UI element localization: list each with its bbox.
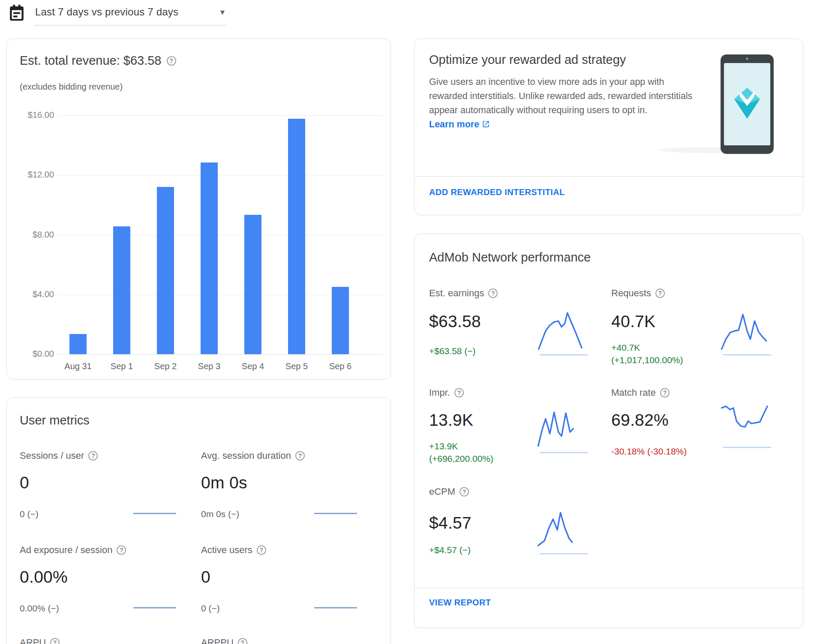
sparkline-requests xyxy=(721,310,774,355)
user-metrics-title: User metrics xyxy=(20,413,90,427)
promo-body: Give users an incentive to view more ads… xyxy=(429,75,703,132)
help-icon[interactable]: ? xyxy=(460,487,469,497)
sparkline-baseline xyxy=(540,553,588,554)
help-icon[interactable]: ? xyxy=(167,56,176,66)
help-icon[interactable]: ? xyxy=(660,388,670,397)
user-metrics-card: User metrics Sessions / user ? 0 0 (−) A… xyxy=(6,397,391,644)
metric-delta-requests: +40.7K (+1,017,100.00%) xyxy=(611,341,683,366)
metric-value-match-rate: 69.82% xyxy=(611,411,669,430)
add-rewarded-interstitial-button[interactable]: ADD REWARDED INTERSTITIAL xyxy=(429,187,565,197)
network-performance-card: AdMob Network performance Est. earnings … xyxy=(414,234,803,628)
view-report-button[interactable]: VIEW REPORT xyxy=(429,598,491,608)
ytick: $12.00 xyxy=(15,170,54,180)
revenue-bar-chart: $0.00$4.00$8.00$12.00$16.00Aug 31Sep 1Se… xyxy=(7,103,390,378)
sparkline-baseline xyxy=(723,354,771,355)
metric-delta-est-earnings: +$63.58 (−) xyxy=(429,345,476,357)
revenue-card-title: Est. total revenue: $63.58 ? xyxy=(20,54,176,68)
date-range-label: Last 7 days vs previous 7 days xyxy=(35,6,178,18)
flat-sparkline xyxy=(314,607,357,608)
date-range-selector[interactable]: Last 7 days vs previous 7 days ▾ xyxy=(9,3,226,26)
metric-delta-ecpm: +$4.57 (−) xyxy=(429,544,471,556)
revenue-title-text: Est. total revenue: $63.58 xyxy=(20,54,162,68)
metric-value-est-earnings: $63.58 xyxy=(429,312,481,331)
ytick: $8.00 xyxy=(15,230,54,240)
sparkline-ecpm xyxy=(537,509,590,554)
metric-label-avg-session: Avg. session duration ? xyxy=(201,450,305,461)
revenue-bar xyxy=(201,163,218,354)
metric-value-sessions-user: 0 xyxy=(20,473,29,492)
help-icon[interactable]: ? xyxy=(488,289,498,298)
help-icon[interactable]: ? xyxy=(257,545,266,555)
metric-label-requests: Requests ? xyxy=(611,288,665,299)
gridline xyxy=(57,175,383,175)
xtick: Sep 5 xyxy=(275,361,318,371)
xtick: Sep 3 xyxy=(188,361,231,371)
sparkline-impressions xyxy=(537,407,590,453)
sparkline-est-earnings xyxy=(537,310,590,355)
metric-value-ecpm: $4.57 xyxy=(429,514,472,533)
metric-label-sessions-user: Sessions / user ? xyxy=(20,450,98,461)
revenue-bar xyxy=(157,187,174,354)
metric-label-arpu: ARPU ? xyxy=(20,637,60,644)
help-icon[interactable]: ? xyxy=(655,289,665,298)
metric-label-ad-exposure: Ad exposure / session ? xyxy=(20,545,126,556)
metric-label-match-rate: Match rate ? xyxy=(611,387,670,398)
ytick: $4.00 xyxy=(15,289,54,299)
revenue-bar xyxy=(113,226,130,354)
xtick: Sep 6 xyxy=(319,361,362,371)
flat-sparkline xyxy=(314,513,357,514)
metric-delta-match-rate: -30.18% (-30.18%) xyxy=(611,445,687,457)
phone-illustration xyxy=(720,54,775,155)
calendar-icon[interactable] xyxy=(9,3,25,22)
learn-more-link[interactable]: Learn more xyxy=(429,119,490,129)
metric-value-requests: 40.7K xyxy=(611,312,655,331)
metric-delta-sessions-user: 0 (−) xyxy=(20,508,39,520)
xtick: Sep 2 xyxy=(144,361,187,371)
metric-delta-active-users: 0 (−) xyxy=(201,602,220,614)
revenue-card-subtitle: (excludes bidding revenue) xyxy=(20,82,123,92)
help-icon[interactable]: ? xyxy=(454,388,464,397)
sparkline-baseline xyxy=(723,447,771,448)
open-in-new-icon xyxy=(482,118,490,132)
metric-delta-ad-exposure: 0.00% (−) xyxy=(20,602,59,614)
gridline xyxy=(57,235,383,235)
metric-value-active-users: 0 xyxy=(201,568,210,587)
sparkline-match-rate xyxy=(721,402,774,448)
metric-label-impressions: Impr. ? xyxy=(429,387,464,398)
ytick: $16.00 xyxy=(15,110,54,120)
revenue-bar xyxy=(244,215,261,354)
metric-label-ecpm: eCPM ? xyxy=(429,486,469,497)
flat-sparkline xyxy=(133,607,176,608)
promo-title: Optimize your rewarded ad strategy xyxy=(429,53,626,67)
xtick: Sep 4 xyxy=(231,361,274,371)
gridline axis xyxy=(57,354,383,355)
chevron-down-icon: ▾ xyxy=(220,7,225,17)
metric-delta-impressions: +13.9K (+696,200.00%) xyxy=(429,440,493,465)
metric-value-ad-exposure: 0.00% xyxy=(20,568,68,587)
sparkline-baseline xyxy=(540,452,588,453)
help-icon[interactable]: ? xyxy=(295,451,305,460)
xtick: Aug 31 xyxy=(57,361,99,371)
metric-label-est-earnings: Est. earnings ? xyxy=(429,288,498,299)
revenue-bar xyxy=(332,287,349,354)
promo-card: Optimize your rewarded ad strategy Give … xyxy=(414,39,803,215)
revenue-bar xyxy=(288,119,305,354)
metric-delta-avg-session: 0m 0s (−) xyxy=(201,508,239,520)
divider xyxy=(415,588,803,588)
help-icon[interactable]: ? xyxy=(238,638,247,644)
revenue-card: Est. total revenue: $63.58 ? (excludes b… xyxy=(6,39,391,379)
metric-value-avg-session: 0m 0s xyxy=(201,473,247,492)
help-icon[interactable]: ? xyxy=(50,638,60,644)
help-icon[interactable]: ? xyxy=(117,545,126,555)
metric-value-impressions: 13.9K xyxy=(429,411,473,430)
metric-label-arppu: ARPPU ? xyxy=(201,637,247,644)
gridline xyxy=(57,115,383,116)
xtick: Sep 1 xyxy=(100,361,143,371)
date-range-dropdown[interactable]: Last 7 days vs previous 7 days ▾ xyxy=(34,3,226,26)
divider xyxy=(415,176,803,177)
metric-label-active-users: Active users ? xyxy=(201,545,266,556)
revenue-bar xyxy=(69,334,87,354)
help-icon[interactable]: ? xyxy=(88,451,98,460)
ytick: $0.00 xyxy=(15,349,54,359)
performance-title: AdMob Network performance xyxy=(429,250,591,265)
